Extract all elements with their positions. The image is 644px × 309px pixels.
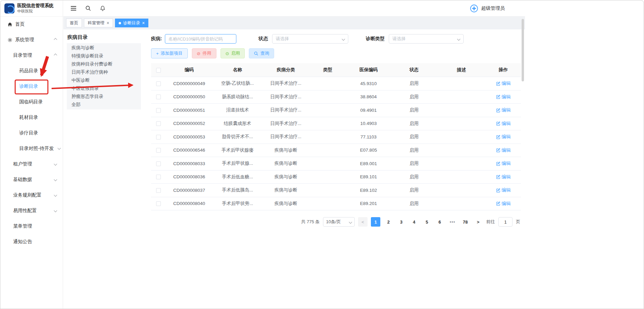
goto-page-input[interactable] — [498, 217, 513, 227]
disease-search-input[interactable] — [165, 34, 236, 44]
edit-button[interactable]: 编辑 — [496, 201, 511, 207]
pagination-page-5[interactable]: 5 — [422, 217, 432, 227]
edit-label: 编辑 — [502, 107, 511, 113]
cell-insurance-code: E89.101 — [346, 170, 391, 184]
cell-status: 启用 — [391, 77, 437, 91]
catalog-item-all[interactable]: 全部 — [67, 101, 141, 109]
sidebar-item-system-mgmt[interactable]: 系统管理 — [0, 32, 63, 48]
edit-icon — [496, 201, 500, 206]
pagination-page-78[interactable]: 78 — [461, 217, 470, 227]
tab-dept-mgmt[interactable]: 科室管理 × — [84, 19, 113, 27]
user-menu[interactable]: 超级管理员 — [470, 4, 525, 13]
header-search-button[interactable] — [85, 5, 91, 11]
edit-icon — [496, 135, 500, 139]
diagnosis-type-select[interactable]: 请选择 — [389, 34, 464, 44]
catalog-item-tcm-diagnosis[interactable]: 中医诊断 — [67, 76, 141, 84]
cell-status: 启用 — [391, 144, 437, 157]
sidebar-item-basic-data[interactable]: 基础数据 — [0, 172, 63, 187]
edit-button[interactable]: 编辑 — [496, 134, 511, 140]
pagination-page-3[interactable]: 3 — [397, 217, 406, 227]
sidebar-item-label: 国临码目录 — [19, 99, 43, 105]
add-item-button[interactable]: + 添加新项目 — [151, 48, 188, 58]
edit-icon — [496, 121, 500, 126]
row-checkbox[interactable] — [156, 95, 161, 99]
cell-name: 手术后甲状旁... — [212, 197, 263, 210]
cell-category: 日间手术治疗... — [263, 117, 309, 130]
row-checkbox[interactable] — [156, 81, 161, 86]
collapse-sidebar-button[interactable] — [70, 6, 77, 11]
table-row: CD0000006546 手术后甲状腺瘘 疾病与诊断 E07.805 启用 编辑 — [151, 144, 521, 157]
edit-label: 编辑 — [502, 94, 511, 100]
sidebar-item-label: 菜单管理 — [13, 223, 32, 229]
edit-button[interactable]: 编辑 — [496, 147, 511, 153]
sidebar-item-usability-config[interactable]: 易用性配置 — [0, 203, 63, 218]
sidebar-item-home[interactable]: 首页 — [0, 17, 63, 32]
page-size-select[interactable]: 10条/页 — [323, 217, 355, 227]
pagination-total: 共 775 条 — [301, 219, 320, 225]
notifications-button[interactable] — [100, 5, 106, 11]
catalog-item-payment-by-disease[interactable]: 按病种目录付费诊断 — [67, 60, 141, 68]
cell-name: 手术后甲状腺瘘 — [212, 144, 263, 157]
cell-name: 结膜囊成形术 — [212, 117, 263, 130]
status-select-value: 请选择 — [276, 36, 289, 42]
pagination-page-6[interactable]: 6 — [435, 217, 444, 227]
row-checkbox[interactable] — [156, 135, 161, 139]
table-row: CD0000000052 结膜囊成形术 日间手术治疗... 10.4903 启用… — [151, 117, 521, 130]
catalog-item-day-surgery[interactable]: 日间手术治疗病种 — [67, 68, 141, 76]
tabs-bar: 首页 科室管理 × 诊断目录 × — [63, 17, 525, 29]
disable-button[interactable]: ⊘ 停用 — [192, 48, 216, 58]
tab-diagnosis-catalog[interactable]: 诊断目录 × — [115, 19, 148, 27]
sidebar-item-tenant-mgmt[interactable]: 租户管理 — [0, 156, 63, 172]
pagination-page-2[interactable]: 2 — [384, 217, 393, 227]
chevron-up-icon — [54, 38, 57, 42]
cell-insurance-code: E89.102 — [346, 184, 391, 197]
edit-button[interactable]: 编辑 — [496, 174, 511, 180]
sidebar: 首页 系统管理 目录管理 药品目录 诊断目录 国临码目录 耗材目录 — [0, 17, 63, 309]
sidebar-item-drug-catalog[interactable]: 药品目录 — [0, 63, 63, 79]
catalog-item-tcm-syndrome[interactable]: 中医证候目录 — [67, 84, 141, 93]
cell-status: 启用 — [391, 90, 437, 104]
sidebar-item-consumable-catalog[interactable]: 耗材目录 — [0, 110, 63, 125]
catalog-item-disease-diagnosis[interactable]: 疾病与诊断 — [67, 44, 141, 52]
edit-button[interactable]: 编辑 — [496, 187, 511, 193]
pagination-page-4[interactable]: 4 — [409, 217, 419, 227]
sidebar-item-national-code-catalog[interactable]: 国临码目录 — [0, 94, 63, 110]
tab-home[interactable]: 首页 — [66, 19, 82, 27]
sidebar-item-treatment-catalog[interactable]: 诊疗目录 — [0, 125, 63, 141]
pagination-next-button[interactable]: > — [473, 217, 483, 227]
edit-icon — [496, 148, 500, 152]
sidebar-item-catalog-mgmt[interactable]: 目录管理 — [0, 48, 63, 63]
sidebar-item-diagnosis-catalog[interactable]: 诊断目录 — [0, 79, 63, 94]
pagination-page-1[interactable]: 1 — [371, 217, 380, 227]
catalog-item-special-chronic[interactable]: 特慢病诊断目录 — [67, 52, 141, 60]
edit-button[interactable]: 编辑 — [496, 121, 511, 127]
close-icon[interactable]: × — [107, 21, 109, 25]
cell-name: 泪道挂线术 — [212, 104, 263, 117]
row-checkbox[interactable] — [156, 188, 161, 193]
vertical-scrollbar-thumb[interactable] — [522, 19, 524, 81]
edit-button[interactable]: 编辑 — [496, 160, 511, 166]
sidebar-item-catalog-compare[interactable]: 目录对照-待开发 — [0, 141, 63, 156]
enable-button[interactable]: ⊙ 启用 — [221, 48, 245, 58]
cell-insurance-code: E89.201 — [346, 197, 391, 210]
row-checkbox[interactable] — [156, 108, 161, 113]
status-select[interactable]: 请选择 — [272, 34, 348, 44]
close-icon[interactable]: × — [142, 21, 145, 25]
row-checkbox[interactable] — [156, 175, 161, 179]
sidebar-item-notice[interactable]: 通知公告 — [0, 234, 63, 250]
select-all-checkbox[interactable] — [156, 68, 161, 73]
sidebar-item-menu-mgmt[interactable]: 菜单管理 — [0, 218, 63, 234]
catalog-item-tumor-morphology[interactable]: 肿瘤形态学目录 — [67, 93, 141, 101]
sidebar-item-business-rules[interactable]: 业务规则配置 — [0, 187, 63, 203]
pagination-prev-button[interactable]: < — [358, 217, 368, 227]
edit-button[interactable]: 编辑 — [496, 107, 511, 113]
row-checkbox[interactable] — [156, 121, 161, 126]
row-checkbox[interactable] — [156, 161, 161, 166]
edit-button[interactable]: 编辑 — [496, 94, 511, 100]
row-checkbox[interactable] — [156, 201, 161, 206]
row-checkbox[interactable] — [156, 148, 161, 153]
pagination-ellipsis[interactable]: ••• — [448, 217, 457, 227]
query-button[interactable]: 查询 — [249, 48, 274, 58]
edit-button[interactable]: 编辑 — [496, 80, 511, 86]
table-row: CD0000000050 肠系膜动脉结... 日间手术治疗... 38.8604… — [151, 90, 521, 104]
